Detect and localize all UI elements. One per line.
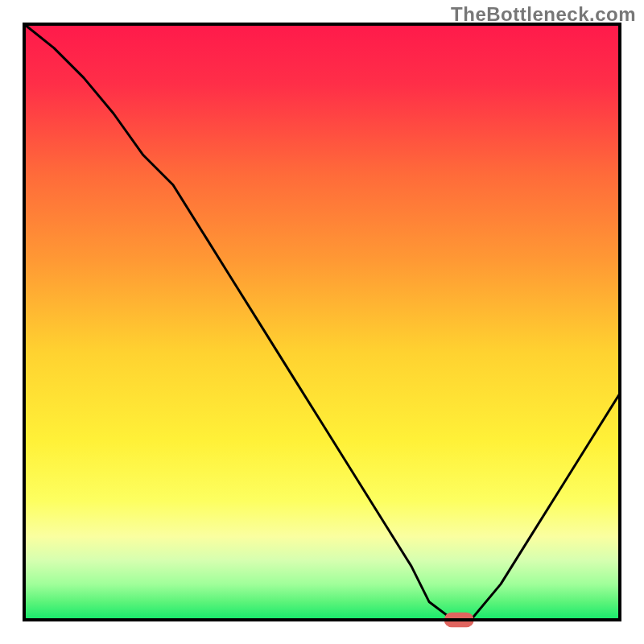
watermark-label: TheBottleneck.com	[451, 3, 636, 26]
bottleneck-chart	[0, 0, 644, 644]
chart-container: TheBottleneck.com	[0, 0, 644, 644]
